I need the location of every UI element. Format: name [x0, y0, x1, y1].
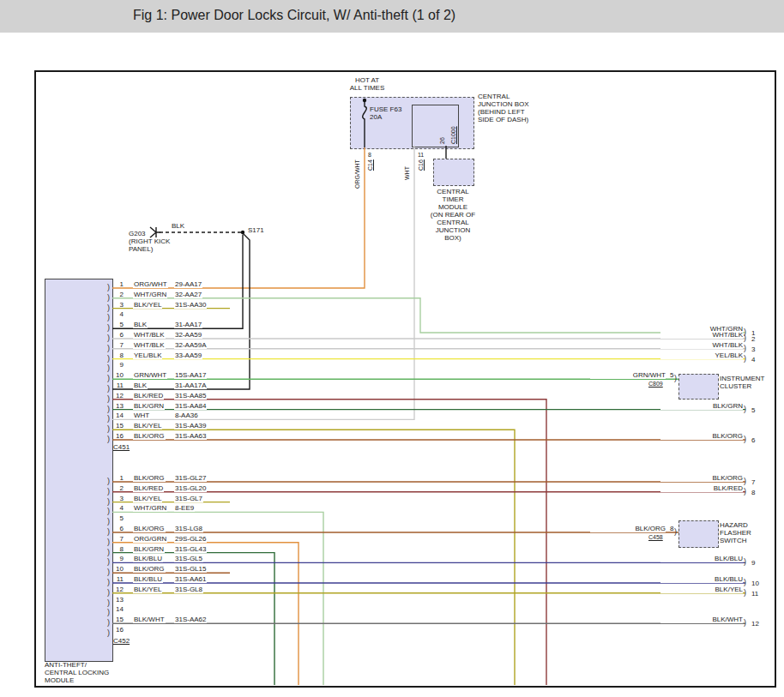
right-pin-arc-icon: ) — [744, 345, 746, 352]
pin-row-C451-3: )3BLK/YEL31S-AA30 — [0, 301, 784, 309]
pin-number: 1 — [112, 474, 124, 482]
right-wire-label: WHT/BLK — [660, 341, 743, 349]
pin-number: 3 — [112, 301, 124, 309]
circuit-number-label: 31S-AA30 — [174, 301, 207, 309]
circuit-number-label: 32-AA59A — [174, 341, 207, 349]
module-label-1: ANTI-THEFT/ — [45, 661, 87, 669]
connector-c14-label: C14 — [367, 159, 374, 171]
circuit-number-label: 33-AA59 — [174, 352, 202, 359]
splice-s171-label: S171 — [248, 226, 264, 234]
pin-arc-icon: ) — [107, 436, 110, 443]
right-pin-number: 9 — [751, 559, 755, 567]
wire-color-label: BLK/YEL — [133, 495, 162, 502]
pin-number: 16 — [112, 626, 124, 634]
right-wire-label: BLK/GRN — [660, 402, 743, 410]
circuit-number-label: 15S-AA17 — [174, 371, 207, 379]
circuit-number-label: 31S-GL20 — [174, 484, 207, 492]
pin-number: 16 — [112, 432, 124, 440]
circuit-number-label: 31S-GL27 — [174, 474, 207, 482]
circuit-number-label: 31S-AA39 — [174, 422, 207, 430]
right-pin-arc-icon: ) — [744, 488, 746, 496]
pin-number: 2 — [112, 291, 124, 298]
circuit-number-label: 31S-GL5 — [174, 555, 203, 562]
pin-row-C451-1: )1ORG/WHT29-AA17 — [0, 280, 784, 289]
fuse-name-label: FUSE F63 — [370, 105, 401, 113]
circuit-number-label: 31S-AA63 — [174, 432, 207, 440]
right-wire-label: BLK/YEL — [660, 586, 743, 593]
pin-number: 4 — [112, 504, 124, 512]
pin-number: 13 — [112, 596, 124, 604]
pin-row-C451-10: )10GRN/WHT15S-AA17 — [0, 371, 784, 380]
module-label-2: CENTRAL LOCKING — [45, 669, 109, 676]
circuit-number-label: 31-AA17 — [174, 321, 202, 328]
pin-row-C451-15: )15BLK/YEL31S-AA39 — [0, 422, 784, 430]
circuit-number-label: 29-AA17 — [174, 280, 202, 288]
ground-name: G203 — [129, 230, 146, 237]
wire-color-label: BLK/YEL — [133, 586, 162, 593]
right-wire-label: WHT/BLK — [660, 331, 743, 339]
pin-row-C452-7: )7ORG/GRN29S-GL26 — [0, 535, 784, 544]
right-pin-number: 7 — [751, 478, 755, 486]
wire-color-label: BLK — [133, 321, 148, 328]
circuit-number-label: 32-AA59 — [174, 331, 202, 339]
pin-number: 1 — [112, 280, 124, 288]
right-pin-arc-icon: ) — [744, 478, 746, 485]
circuit-number-label: 31S-GL15 — [174, 565, 207, 573]
wire-color-label: BLK/ORG — [133, 474, 166, 482]
pin-row-C451-4: )4 — [0, 310, 784, 319]
circuit-number-label: 8-AA36 — [174, 412, 199, 419]
pin-number: 4 — [112, 310, 124, 318]
page: { "header": { "title": "Fig 1: Power Doo… — [0, 0, 784, 697]
wht-wire-label: WHT — [404, 166, 411, 180]
right-pin-arc-icon: ) — [744, 334, 746, 342]
pin-number: 6 — [112, 331, 124, 339]
right-pin-number: 10 — [751, 580, 759, 587]
wire-color-label: BLK/YEL — [133, 422, 162, 430]
pin-number: 2 — [112, 484, 124, 492]
pin-number: 8 — [112, 352, 124, 359]
pin-row-C452-5: )5 — [0, 514, 784, 523]
ground-location-1: (RIGHT KICK — [129, 237, 170, 245]
junction-box-label-2: JUNCTION BOX — [478, 100, 529, 108]
right-wire-label: BLK/BLU — [660, 555, 743, 562]
wire-color-label: BLK/GRN — [133, 545, 165, 553]
wire-color-label: WHT/BLK — [133, 331, 166, 339]
right-wire-label: YEL/BLK — [660, 352, 743, 359]
right-pin-arc-icon: ) — [744, 355, 746, 363]
pin-row-C451-11: )11BLK31-AA17A — [0, 382, 784, 390]
right-pin-number: 3 — [751, 345, 755, 353]
wire-color-label: BLK/YEL — [133, 301, 162, 309]
pin-row-C451-12: )12BLK/RED31S-AA85 — [0, 392, 784, 400]
pin-row-C452-3: )3BLK/YEL31S-GL7 — [0, 495, 784, 503]
central-timer-module-box — [433, 159, 474, 186]
ground-wire-label: BLK — [172, 222, 184, 230]
pin-row-C451-14: )14WHT8-AA36 — [0, 412, 784, 420]
right-pin-number: 6 — [751, 436, 755, 444]
figure-header-bar: Fig 1: Power Door Locks Circuit, W/ Anti… — [0, 0, 784, 33]
circuit-number-label: 31S-LG8 — [174, 525, 203, 532]
ground-location-2: PANEL) — [129, 245, 153, 253]
circuit-number-label: 31S-AA84 — [174, 402, 207, 410]
circuit-number-label: 29S-GL26 — [174, 535, 207, 543]
right-wire-label: BLK/RED — [660, 484, 743, 492]
wire-color-label: BLK/ORG — [133, 525, 166, 532]
wire-color-label: BLK/ORG — [133, 432, 166, 440]
wire-color-label: BLK/ORG — [133, 565, 166, 573]
connector-c16-label: C16 — [418, 159, 425, 171]
pin-number: 10 — [112, 371, 124, 379]
right-wire-label: BLK/ORG — [660, 432, 743, 440]
pin-number: 7 — [112, 341, 124, 349]
right-pin-number: 5 — [751, 406, 755, 414]
wire-color-label: BLK — [133, 382, 148, 389]
circuit-number-label: 31-AA17A — [174, 382, 207, 389]
junction-box-label-3: (BEHIND LEFT — [478, 108, 525, 116]
circuit-number-label: 31S-AA62 — [174, 616, 207, 623]
circuit-number-label: 31S-AA85 — [174, 392, 207, 400]
timer-module-caption: CENTRAL TIMER MODULE (ON REAR OF CENTRAL… — [424, 188, 482, 242]
pin-number: 5 — [112, 514, 124, 522]
pin-row-C452-8: )8BLK/GRN31S-GL43 — [0, 545, 784, 554]
pin-number: 8 — [112, 545, 124, 553]
pin-row-C452-14: )14 — [0, 605, 784, 614]
junction-box-label-4: SIDE OF DASH) — [478, 116, 528, 123]
wire-color-label: BLK/BLU — [133, 555, 163, 562]
